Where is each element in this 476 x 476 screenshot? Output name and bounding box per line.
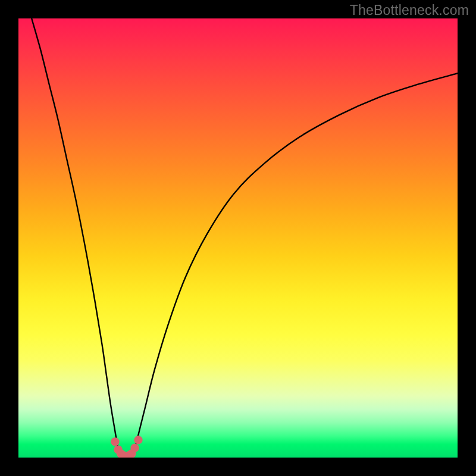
chart-frame: TheBottleneck.com (0, 0, 476, 476)
curve-layer (18, 18, 458, 458)
curve-end-marker (130, 444, 139, 452)
curve-end-marker (111, 437, 119, 446)
plot-area (18, 18, 458, 458)
curve-left (32, 18, 121, 458)
watermark-text: TheBottleneck.com (350, 2, 469, 18)
curve-right-end-markers (125, 436, 143, 458)
curve-right (131, 73, 458, 458)
curve-end-marker (134, 436, 142, 444)
